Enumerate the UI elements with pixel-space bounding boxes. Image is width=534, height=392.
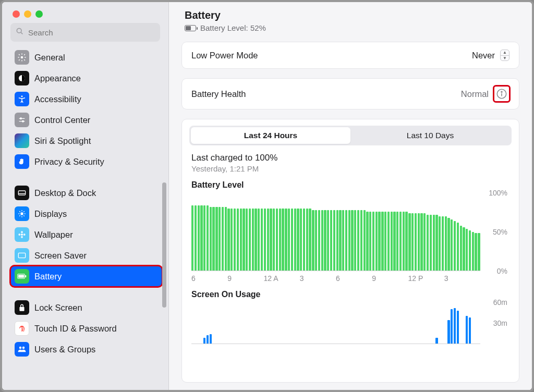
dock-icon bbox=[15, 186, 29, 200]
svg-point-22 bbox=[21, 236, 23, 238]
svg-line-19 bbox=[23, 211, 24, 212]
sidebar-item-siri[interactable]: Siri & Spotlight bbox=[10, 130, 162, 151]
usage-card: Last 24 Hours Last 10 Days Last charged … bbox=[181, 119, 519, 383]
tab-last-10-days[interactable]: Last 10 Days bbox=[350, 127, 510, 144]
dropdown-stepper[interactable]: ▲▼ bbox=[500, 50, 509, 61]
y-axis: 100% 50% 0% bbox=[480, 193, 509, 271]
sidebar-item-label: Privacy & Security bbox=[34, 157, 104, 167]
sidebar-scrollbar[interactable] bbox=[162, 182, 166, 308]
svg-point-2 bbox=[21, 56, 23, 59]
gear-icon bbox=[15, 50, 29, 65]
svg-line-17 bbox=[23, 215, 24, 216]
sidebar-item-appearance[interactable]: Appearance bbox=[10, 68, 162, 89]
sidebar-item-label: Lock Screen bbox=[34, 303, 82, 313]
battery-level-text: Battery Level: 52% bbox=[200, 23, 266, 32]
svg-point-31 bbox=[22, 347, 25, 349]
sidebar-item-wallpaper[interactable]: Wallpaper bbox=[10, 224, 162, 245]
sidebar-item-accessibility[interactable]: Accessibility bbox=[10, 89, 162, 109]
settings-window: General Appearance Accessibility Control… bbox=[0, 0, 534, 392]
flower-icon bbox=[15, 227, 29, 242]
battery-level-bars bbox=[191, 193, 480, 271]
svg-point-0 bbox=[17, 28, 21, 33]
svg-point-23 bbox=[18, 234, 20, 236]
battery-health-label: Battery Health bbox=[191, 89, 246, 99]
sidebar-item-control-center[interactable]: Control Center bbox=[10, 109, 162, 130]
last-charged-time: Yesterday, 1:21 PM bbox=[191, 164, 509, 173]
search-field[interactable] bbox=[10, 23, 160, 42]
sidebar-item-label: Displays bbox=[34, 209, 67, 219]
sidebar-item-label: Touch ID & Password bbox=[34, 324, 117, 334]
close-button[interactable] bbox=[13, 10, 20, 18]
page-title: Battery bbox=[185, 9, 519, 21]
svg-point-8 bbox=[22, 120, 24, 122]
svg-point-30 bbox=[19, 347, 22, 349]
siri-icon bbox=[15, 133, 29, 148]
sidebar-item-label: Users & Groups bbox=[34, 345, 95, 354]
y-axis: 60m 30m bbox=[480, 302, 509, 344]
svg-point-4 bbox=[21, 95, 23, 97]
fingerprint-icon bbox=[15, 321, 29, 336]
svg-rect-28 bbox=[25, 275, 26, 277]
sliders-icon bbox=[15, 113, 29, 127]
sidebar-item-label: Control Center bbox=[34, 115, 90, 125]
sidebar-item-touch-id[interactable]: Touch ID & Password bbox=[10, 318, 162, 339]
svg-line-16 bbox=[19, 211, 20, 212]
sidebar-item-label: Screen Saver bbox=[34, 251, 87, 261]
users-icon bbox=[15, 342, 29, 357]
screen-on-usage-chart: Screen On Usage 60m 30m bbox=[182, 283, 519, 344]
svg-line-1 bbox=[21, 32, 22, 34]
minimize-button[interactable] bbox=[24, 10, 31, 18]
info-icon bbox=[496, 88, 507, 100]
sidebar: General Appearance Accessibility Control… bbox=[2, 2, 169, 390]
sidebar-item-label: Battery bbox=[34, 272, 62, 281]
battery-level-icon bbox=[185, 25, 196, 31]
screen-on-bars bbox=[191, 302, 480, 344]
sidebar-item-general[interactable]: General bbox=[10, 47, 162, 68]
svg-rect-25 bbox=[18, 253, 25, 258]
battery-health-value: Normal bbox=[461, 89, 489, 99]
page-header: Battery Battery Level: 52% bbox=[181, 9, 519, 32]
last-charged-info: Last charged to 100% Yesterday, 1:21 PM bbox=[182, 145, 519, 173]
sidebar-item-label: Wallpaper bbox=[34, 230, 73, 240]
fullscreen-button[interactable] bbox=[35, 10, 43, 18]
sidebar-item-screen-saver[interactable]: Screen Saver bbox=[10, 245, 162, 266]
sidebar-item-label: Appearance bbox=[34, 74, 81, 83]
svg-line-18 bbox=[19, 215, 20, 216]
sidebar-item-desktop-dock[interactable]: Desktop & Dock bbox=[10, 182, 162, 203]
svg-point-11 bbox=[20, 212, 23, 215]
svg-rect-29 bbox=[19, 307, 24, 311]
svg-point-20 bbox=[21, 234, 23, 236]
sidebar-item-privacy[interactable]: Privacy & Security bbox=[10, 151, 162, 172]
svg-point-7 bbox=[20, 118, 22, 119]
hand-icon bbox=[15, 154, 29, 169]
content-pane: Battery Battery Level: 52% Low Power Mod… bbox=[169, 2, 532, 390]
traffic-lights bbox=[2, 2, 168, 23]
appearance-icon bbox=[15, 71, 29, 85]
low-power-mode-label: Low Power Mode bbox=[191, 51, 258, 60]
sun-icon bbox=[15, 206, 29, 221]
svg-point-24 bbox=[23, 234, 26, 236]
sidebar-item-displays[interactable]: Displays bbox=[10, 203, 162, 224]
sidebar-item-lock-screen[interactable]: Lock Screen bbox=[10, 297, 162, 318]
sidebar-item-label: Accessibility bbox=[34, 94, 81, 104]
accessibility-icon bbox=[15, 92, 29, 106]
low-power-mode-row[interactable]: Low Power Mode Never ▲▼ bbox=[181, 42, 519, 69]
search-icon bbox=[16, 27, 24, 38]
battery-icon bbox=[15, 269, 29, 284]
sidebar-item-users-groups[interactable]: Users & Groups bbox=[10, 339, 162, 360]
screensaver-icon bbox=[15, 248, 29, 263]
battery-health-info-button[interactable] bbox=[494, 86, 509, 102]
battery-health-row: Battery Health Normal bbox=[181, 78, 519, 109]
svg-point-33 bbox=[501, 91, 502, 92]
sidebar-item-label: Siri & Spotlight bbox=[34, 136, 91, 146]
search-input[interactable] bbox=[28, 28, 155, 37]
chart-title: Screen On Usage bbox=[191, 290, 509, 299]
sidebar-item-battery[interactable]: Battery bbox=[10, 266, 162, 287]
svg-point-21 bbox=[21, 231, 23, 233]
sidebar-item-label: General bbox=[34, 53, 65, 63]
tab-last-24-hours[interactable]: Last 24 Hours bbox=[191, 127, 350, 144]
sidebar-item-label: Desktop & Dock bbox=[34, 188, 96, 198]
last-charged-title: Last charged to 100% bbox=[191, 153, 509, 163]
chart-title: Battery Level bbox=[191, 180, 509, 190]
svg-rect-9 bbox=[18, 191, 25, 195]
